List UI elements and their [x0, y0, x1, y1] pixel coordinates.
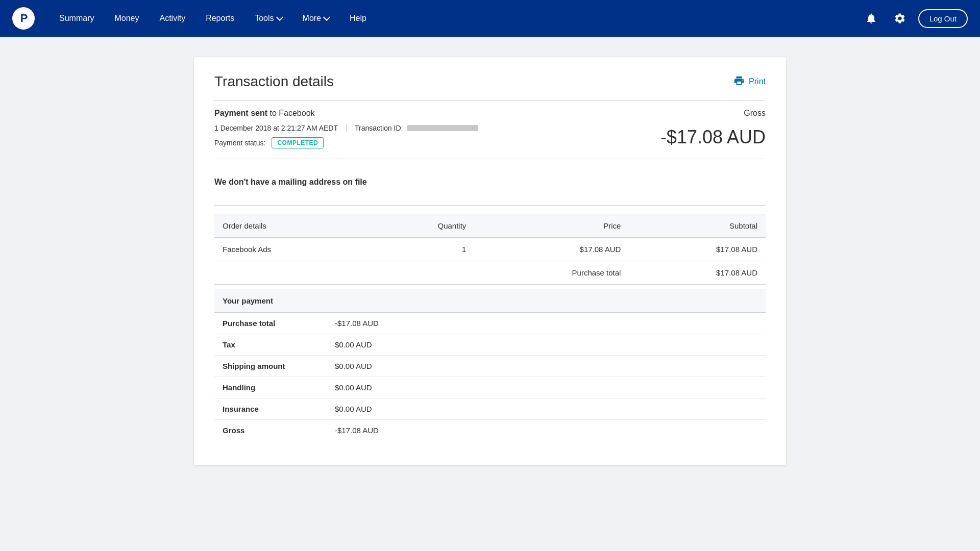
payment-line-item: Handling $0.00 AUD — [214, 377, 766, 398]
payment-line-item: Shipping amount $0.00 AUD — [214, 356, 766, 377]
payment-divider — [214, 159, 766, 159]
payment-line-label: Purchase total — [223, 319, 335, 328]
nav-links: Summary Money Activity Reports Tools Mor… — [49, 0, 861, 37]
order-table-row: Facebook Ads 1 $17.08 AUD $17.08 AUD — [214, 238, 766, 261]
nav-right-actions: Log Out — [861, 8, 968, 29]
nav-reports[interactable]: Reports — [195, 0, 244, 37]
payment-line-value: $0.00 AUD — [335, 362, 372, 370]
mailing-divider — [214, 205, 766, 206]
settings-gear-icon[interactable] — [890, 8, 910, 29]
payment-line-value: $0.00 AUD — [335, 383, 372, 392]
col-quantity: Quantity — [368, 214, 474, 238]
print-button[interactable]: Print — [733, 75, 766, 89]
transaction-id-value — [407, 125, 478, 131]
payment-meta-row: 1 December 2018 at 2:21:27 AM AEDT Trans… — [214, 124, 766, 151]
meta-separator — [346, 124, 347, 132]
nav-activity[interactable]: Activity — [149, 0, 195, 37]
col-order-details: Order details — [214, 214, 368, 238]
payment-line-label: Insurance — [223, 405, 335, 413]
payment-line-label: Gross — [223, 426, 335, 435]
navbar: P Summary Money Activity Reports Tools M… — [0, 0, 980, 37]
purchase-total-label: Purchase total — [474, 261, 629, 285]
item-name: Facebook Ads — [214, 238, 368, 261]
logout-button[interactable]: Log Out — [918, 9, 968, 28]
nav-help[interactable]: Help — [339, 0, 377, 37]
order-details-table: Order details Quantity Price Subtotal Fa… — [214, 214, 766, 285]
nav-tools[interactable]: Tools — [244, 0, 292, 37]
payment-line-value: $0.00 AUD — [335, 340, 372, 349]
item-subtotal: $17.08 AUD — [629, 238, 766, 261]
payment-status-label: Payment status: — [214, 139, 265, 147]
item-quantity: 1 — [368, 238, 474, 261]
payment-line-item: Insurance $0.00 AUD — [214, 398, 766, 420]
more-chevron-icon — [323, 14, 330, 21]
print-label: Print — [749, 77, 766, 86]
order-table-header-row: Order details Quantity Price Subtotal — [214, 214, 766, 238]
payment-line-value: -$17.08 AUD — [335, 426, 379, 435]
payment-line-item: Purchase total -$17.08 AUD — [214, 313, 766, 334]
payment-line-item: Tax $0.00 AUD — [214, 334, 766, 356]
logo-text: P — [20, 12, 27, 25]
payment-lines-container: Purchase total -$17.08 AUD Tax $0.00 AUD… — [214, 313, 766, 441]
payment-sent-info: Payment sent to Facebook — [214, 109, 315, 118]
transaction-details-card: Transaction details Print Payment sent t… — [194, 57, 786, 465]
transaction-id-label: Transaction ID: — [355, 124, 403, 132]
payment-line-value: -$17.08 AUD — [335, 319, 379, 328]
page-title: Transaction details — [214, 73, 334, 90]
payment-line-label: Tax — [223, 340, 335, 349]
payment-sent-label: Payment sent to Facebook — [214, 109, 315, 118]
total-empty-1 — [214, 261, 368, 285]
payment-line-value: $0.00 AUD — [335, 405, 372, 413]
gross-label: Gross — [744, 109, 766, 118]
paypal-logo[interactable]: P — [12, 7, 35, 30]
transaction-id-row: Transaction ID: — [355, 124, 478, 132]
status-badge: COMPLETED — [272, 137, 324, 148]
col-subtotal: Subtotal — [629, 214, 766, 238]
mailing-address-notice: We don't have a mailing address on file — [214, 167, 766, 197]
order-total-row: Purchase total $17.08 AUD — [214, 261, 766, 285]
your-payment-header: Your payment — [214, 289, 766, 313]
total-empty-2 — [368, 261, 474, 285]
payment-line-label: Handling — [223, 383, 335, 392]
payment-date: 1 December 2018 at 2:21:27 AM AEDT — [214, 124, 338, 132]
tools-chevron-icon — [276, 14, 283, 21]
payment-line-label: Shipping amount — [223, 362, 335, 370]
nav-more[interactable]: More — [292, 0, 339, 37]
nav-summary[interactable]: Summary — [49, 0, 104, 37]
title-divider — [214, 100, 766, 101]
page-title-row: Transaction details Print — [214, 73, 766, 90]
purchase-total-value: $17.08 AUD — [629, 261, 766, 285]
payment-header-row: Payment sent to Facebook Gross — [214, 109, 766, 118]
nav-money[interactable]: Money — [104, 0, 149, 37]
notification-bell-icon[interactable] — [861, 8, 881, 29]
payment-line-item: Gross -$17.08 AUD — [214, 420, 766, 441]
your-payment-section: Your payment Purchase total -$17.08 AUD … — [214, 289, 766, 441]
payment-status-row: Payment status: COMPLETED — [214, 137, 660, 148]
item-price: $17.08 AUD — [474, 238, 629, 261]
transaction-amount: -$17.08 AUD — [660, 127, 766, 148]
printer-icon — [733, 75, 745, 89]
col-price: Price — [474, 214, 629, 238]
